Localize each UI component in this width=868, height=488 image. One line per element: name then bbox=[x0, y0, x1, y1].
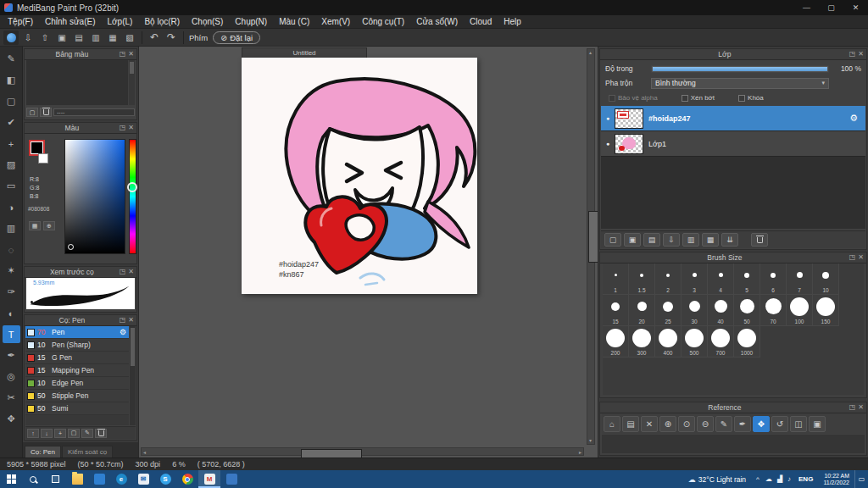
brush-size-option-500[interactable]: 500 bbox=[682, 326, 708, 358]
brush-size-option-4[interactable]: 4 bbox=[708, 263, 734, 295]
tray-expand-icon[interactable]: ^ bbox=[753, 475, 763, 483]
divide-tool[interactable]: ✂ bbox=[3, 389, 20, 407]
opacity-slider[interactable] bbox=[651, 65, 829, 73]
popout-icon[interactable]: ◳ bbox=[849, 254, 856, 261]
foreground-color-swatch[interactable] bbox=[31, 141, 43, 154]
share-icon[interactable]: ⇧ bbox=[37, 30, 53, 45]
brush-size-option-40[interactable]: 40 bbox=[708, 295, 734, 326]
gradient-tool[interactable]: ▥ bbox=[3, 219, 20, 237]
palette-swatches-area[interactable] bbox=[26, 60, 128, 105]
delete-brush-icon[interactable] bbox=[95, 429, 107, 438]
volume-icon[interactable]: ♪ bbox=[785, 475, 793, 483]
eyedropper-icon[interactable]: ✒ bbox=[734, 416, 751, 432]
bucket-tool[interactable]: ◑ bbox=[3, 198, 20, 216]
shape-tool[interactable]: ▭ bbox=[3, 177, 20, 195]
brush-size-option-400[interactable]: 400 bbox=[655, 326, 682, 358]
blend-mode-select[interactable]: Bình thường ▾ bbox=[651, 78, 829, 89]
taskbar-app-store[interactable] bbox=[88, 470, 110, 488]
add-color-icon[interactable]: ⊕ bbox=[43, 221, 55, 230]
taskbar-app-mail[interactable]: ✉ bbox=[132, 470, 154, 488]
tab-brush[interactable]: Cọ: Pen bbox=[25, 446, 61, 458]
menu-item-1[interactable]: Tệp(F) bbox=[2, 17, 39, 26]
popout-icon[interactable]: ◳ bbox=[120, 51, 126, 58]
brush-row[interactable]: 15Mapping Pen bbox=[25, 364, 129, 377]
brush-row[interactable]: 50Sumi bbox=[25, 402, 129, 415]
close-panel-icon[interactable]: ✕ bbox=[128, 269, 134, 275]
document-tab[interactable]: Untitled bbox=[242, 47, 367, 58]
layer-visibility-icon[interactable]: ● bbox=[601, 141, 615, 147]
scrollbar-thumb[interactable] bbox=[130, 62, 134, 74]
hand-tool[interactable]: ✥ bbox=[3, 410, 20, 428]
menu-item-2[interactable]: Chỉnh sửa(E) bbox=[39, 17, 102, 26]
brush-size-option-20[interactable]: 20 bbox=[629, 295, 655, 326]
brush-size-option-10[interactable]: 10 bbox=[813, 263, 839, 295]
menu-item-6[interactable]: Chụp(N) bbox=[229, 17, 273, 26]
brush-size-option-3[interactable]: 3 bbox=[682, 263, 708, 295]
taskbar-app-medibang[interactable]: M bbox=[198, 470, 220, 488]
taskbar-app-file-explorer[interactable] bbox=[66, 470, 88, 488]
text-tool[interactable]: T bbox=[3, 325, 20, 343]
brush-size-option-50[interactable]: 50 bbox=[734, 295, 760, 326]
brush-size-option-1[interactable]: 1 bbox=[603, 263, 629, 295]
reset-button[interactable]: ⊘ Đặt lại bbox=[213, 31, 260, 44]
pen-icon[interactable]: ✎ bbox=[715, 416, 732, 432]
capture-icon[interactable]: ▣ bbox=[809, 416, 826, 432]
action-center-icon[interactable]: ▭ bbox=[854, 470, 868, 488]
saturation-value-box[interactable] bbox=[64, 139, 125, 254]
canvas-horizontal-scrollbar[interactable]: ◂ ▸ bbox=[141, 447, 584, 456]
popout-icon[interactable]: ◳ bbox=[120, 317, 126, 324]
network-icon[interactable]: ▟ bbox=[775, 475, 785, 483]
close-button[interactable]: ✕ bbox=[843, 0, 868, 15]
clipping-checkbox[interactable]: Xén bớt bbox=[682, 94, 715, 102]
layer-row[interactable]: ●#hoidap247⚙ bbox=[601, 106, 865, 131]
brush-settings-gear-icon[interactable]: ⚙ bbox=[120, 328, 126, 336]
background-color-swatch[interactable] bbox=[38, 153, 48, 164]
canvas-page[interactable]: #hoidap247 #kn867 bbox=[242, 58, 477, 294]
brush-size-option-2[interactable]: 2 bbox=[655, 263, 682, 295]
protect-alpha-checkbox[interactable]: Bảo vệ alpha bbox=[609, 94, 658, 102]
menu-item-8[interactable]: Xem(V) bbox=[315, 17, 356, 26]
sv-cursor[interactable] bbox=[68, 244, 74, 250]
menu-item-11[interactable]: Cloud bbox=[464, 17, 498, 26]
undo-icon[interactable]: ↶ bbox=[147, 30, 162, 45]
close-panel-icon[interactable]: ✕ bbox=[858, 254, 864, 261]
brush-size-option-6[interactable]: 6 bbox=[760, 263, 787, 295]
pages-icon[interactable]: ▥ bbox=[88, 30, 103, 45]
search-button[interactable] bbox=[22, 470, 44, 488]
brush-size-option-100[interactable]: 100 bbox=[787, 295, 813, 326]
start-button[interactable] bbox=[0, 470, 22, 488]
onedrive-icon[interactable]: ☁ bbox=[763, 475, 775, 483]
popout-icon[interactable]: ◳ bbox=[120, 269, 126, 275]
clock[interactable]: 10:22 AM 11/2/2022 bbox=[818, 473, 854, 486]
add-folder-icon[interactable]: ▣ bbox=[624, 233, 641, 247]
menu-item-4[interactable]: Bộ lọc(R) bbox=[138, 17, 186, 26]
layer-row[interactable]: ●Lớp1 bbox=[601, 131, 865, 157]
brush-size-option-5[interactable]: 5 bbox=[734, 263, 760, 295]
brush-size-option-300[interactable]: 300 bbox=[629, 326, 655, 358]
hue-bar[interactable] bbox=[129, 139, 136, 254]
palette-grid-icon[interactable]: ▦ bbox=[29, 221, 41, 230]
close-panel-icon[interactable]: ✕ bbox=[128, 317, 134, 324]
lock-checkbox[interactable]: Khóa bbox=[738, 94, 764, 102]
document-icon[interactable]: ▤ bbox=[71, 30, 86, 45]
brush-row[interactable]: 15G Pen bbox=[25, 352, 129, 364]
tab-brush-control[interactable]: Kiểm soát cọ bbox=[62, 446, 113, 458]
eraser-tool[interactable]: ◧ bbox=[3, 71, 20, 89]
popout-icon[interactable]: ◳ bbox=[849, 404, 856, 411]
zoom-fit-icon[interactable]: ⊙ bbox=[678, 416, 695, 432]
add-layer-icon[interactable]: ▢ bbox=[604, 233, 621, 247]
menu-item-10[interactable]: Cửa sổ(W) bbox=[410, 17, 464, 26]
select-pen-tool[interactable]: ✔ bbox=[3, 114, 20, 131]
delete-swatch-icon[interactable] bbox=[40, 108, 52, 117]
close-panel-icon[interactable]: ✕ bbox=[858, 404, 864, 411]
language-indicator[interactable]: ENG bbox=[793, 475, 818, 483]
eyedropper-tool[interactable]: ✒ bbox=[3, 347, 20, 364]
zoom-in-icon[interactable]: ⊕ bbox=[659, 416, 676, 432]
brush-size-option-15[interactable]: 15 bbox=[603, 295, 629, 326]
delete-layer-icon[interactable] bbox=[751, 233, 768, 247]
rotate-left-icon[interactable]: ↺ bbox=[771, 416, 788, 432]
weather-widget[interactable]: ☁ 32°C Light rain bbox=[682, 475, 753, 484]
copy-layer-icon[interactable]: ▦ bbox=[702, 233, 719, 247]
measure-tool[interactable]: ◎ bbox=[3, 368, 20, 385]
pen-tool[interactable]: ✎ bbox=[3, 50, 20, 68]
